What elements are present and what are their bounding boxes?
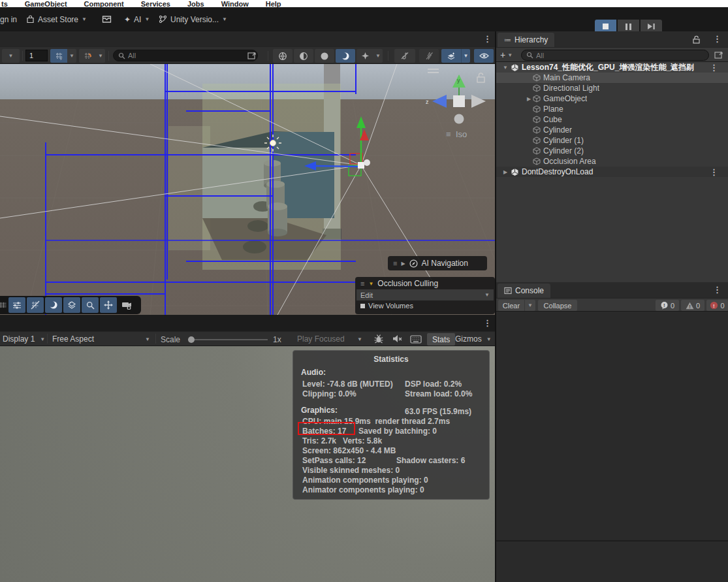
drag-handle-icon[interactable]: ≡ <box>360 280 364 287</box>
version-control-button[interactable]: Unity Versio... ▼ <box>159 7 227 31</box>
sign-in-button[interactable]: gn in <box>0 7 17 31</box>
ai-menu-button[interactable]: ✦ AI ▼ <box>124 7 150 31</box>
tab-console[interactable]: Console <box>498 283 550 298</box>
console-split-divider[interactable] <box>496 540 728 542</box>
display-dropdown[interactable]: Display 1 ▼ <box>3 334 45 344</box>
console-kebab-icon[interactable]: ⋮ <box>713 285 721 295</box>
sliders-button[interactable] <box>8 297 25 313</box>
menu-item-jobs[interactable]: Jobs <box>187 0 204 7</box>
scene-viewport[interactable]: y z ≡ Iso ≡ ▶ AI Navigation ≡ ▼ O <box>0 64 495 315</box>
batches-highlight-box <box>298 422 355 435</box>
package-manager-button[interactable] <box>102 7 112 31</box>
hierarchy-search-field[interactable]: All <box>521 50 709 61</box>
grid-axis-dropdown[interactable]: ▼ <box>67 49 76 63</box>
scene-fx-disabled-button[interactable] <box>419 49 439 63</box>
clear-dropdown[interactable]: ▼ <box>524 300 535 311</box>
occlusion-mode-dropdown[interactable]: Edit ▼ <box>356 289 494 300</box>
grid-visibility-button[interactable] <box>27 297 44 313</box>
hierarchy-item[interactable]: Directional Light <box>496 83 728 93</box>
stats-toggle-button[interactable]: Stats <box>427 333 455 346</box>
lighting-toggle-button[interactable] <box>45 297 62 313</box>
scene-kebab-icon[interactable]: ⋮ <box>710 63 718 73</box>
scene-effects-dropdown[interactable]: ▼ <box>373 49 383 63</box>
scene-search-field[interactable]: All <box>113 50 258 61</box>
occlusion-culling-overlay[interactable]: ≡ ▼ Occlusion Culling Edit ▼ View Volume… <box>355 277 495 314</box>
hierarchy-item[interactable]: Plane <box>496 104 728 114</box>
overlay-layers-button[interactable] <box>441 49 461 63</box>
draw-mode-wireframe-icon[interactable] <box>273 49 293 63</box>
overlay-layers-dropdown[interactable]: ▼ <box>461 49 470 63</box>
hierarchy-item[interactable]: Main Camera <box>496 73 728 83</box>
console-log-area[interactable] <box>496 312 728 582</box>
game-menu-kebab-icon[interactable]: ⋮ <box>483 318 492 328</box>
menu-item-gameobject[interactable]: GameObject <box>25 0 67 7</box>
view-volumes-toggle[interactable]: View Volumes <box>355 300 495 311</box>
expand-arrow-icon[interactable]: ▶ <box>525 96 533 102</box>
scale-slider[interactable] <box>188 339 268 340</box>
debug-button[interactable] <box>373 334 384 347</box>
mute-audio-button[interactable] <box>392 334 403 346</box>
tool-settings-dropdown[interactable]: ▼ <box>2 49 20 63</box>
menu-item-ts[interactable]: ts <box>1 0 8 7</box>
ai-navigation-overlay[interactable]: ≡ ▶ AI Navigation <box>388 256 487 270</box>
menu-item-component[interactable]: Component <box>84 0 124 7</box>
grid-axis-button[interactable]: y <box>50 49 67 63</box>
search-toggle-button[interactable] <box>82 297 99 313</box>
layers-toggle-button[interactable] <box>63 297 80 313</box>
cube-icon <box>533 137 541 144</box>
sign-in-label: gn in <box>0 15 17 24</box>
speaker-muted-icon <box>392 334 403 344</box>
hierarchy-item[interactable]: Cylinder <box>496 125 728 135</box>
menu-item-services[interactable]: Services <box>141 0 170 7</box>
scene-lighting-button[interactable] <box>336 49 355 63</box>
camera-settings-button[interactable] <box>118 297 135 313</box>
scene-visibility-button[interactable] <box>474 49 494 63</box>
scene-menu-kebab-icon[interactable]: ⋮ <box>483 34 492 44</box>
create-button[interactable]: + ▼ <box>500 50 513 60</box>
hierarchy-item[interactable]: Occlusion Area <box>496 156 728 167</box>
grid-overlay-button[interactable] <box>0 297 7 313</box>
drag-handle-icon[interactable]: ≡ <box>393 259 397 267</box>
expand-arrow-icon[interactable]: ▶ <box>401 261 405 267</box>
hierarchy-item[interactable]: ▶GameObject <box>496 93 728 104</box>
clear-button[interactable]: Clear <box>498 300 524 311</box>
menu-item-window[interactable]: Window <box>221 0 249 7</box>
hierarchy-item[interactable]: Cylinder (1) <box>496 135 728 146</box>
snap-button[interactable] <box>79 49 96 63</box>
menu-item-help[interactable]: Help <box>266 0 281 7</box>
pick-window-icon[interactable] <box>247 52 257 60</box>
unlock-icon[interactable] <box>692 35 701 44</box>
dont-destroy-row[interactable]: ▶ DontDestroyOnLoad ⋮ <box>496 167 728 177</box>
snap-dropdown[interactable]: ▼ <box>96 49 105 63</box>
pick-window-icon[interactable] <box>714 51 723 59</box>
hierarchy-toolbar: + ▼ All <box>496 47 728 62</box>
asset-store-button[interactable]: Asset Store ▼ <box>26 7 87 31</box>
keyboard-input-button[interactable] <box>410 334 422 346</box>
expand-arrow-icon[interactable]: ▶ <box>501 169 509 175</box>
hierarchy-item-label: Main Camera <box>543 73 590 82</box>
draw-mode-shaded-wireframe-icon[interactable] <box>294 49 313 63</box>
hierarchy-item[interactable]: Cylinder (2) <box>496 146 728 156</box>
draw-mode-shaded-icon[interactable] <box>315 49 334 63</box>
scene-audio-muted-button[interactable] <box>394 49 415 63</box>
play-focused-dropdown[interactable]: Play Focused ▼ <box>297 334 362 344</box>
dont-destroy-kebab-icon[interactable]: ⋮ <box>710 167 718 177</box>
scale-slider-knob[interactable] <box>188 336 195 343</box>
info-filter-button[interactable]: ! 0 <box>656 300 679 311</box>
grid-opacity-field[interactable] <box>25 50 48 61</box>
game-viewport[interactable]: Statistics Audio: Level: -74.8 dB (MUTED… <box>0 346 495 582</box>
scene-root-row[interactable]: ▼ Lesson74_性能优化_GPU_增强渲染性能_遮挡剔 ⋮ <box>496 62 728 73</box>
aspect-dropdown[interactable]: Free Aspect ▼ <box>52 334 150 344</box>
scene-effects-button[interactable] <box>356 49 373 63</box>
error-filter-button[interactable]: ! 0 <box>706 300 728 311</box>
collapse-arrow-icon[interactable]: ▼ <box>501 65 509 71</box>
collapse-arrow-icon[interactable]: ▼ <box>368 281 373 287</box>
warning-filter-button[interactable]: ! 0 <box>681 300 704 311</box>
hierarchy-kebab-icon[interactable]: ⋮ <box>713 34 721 44</box>
move-tool-button[interactable] <box>100 297 117 313</box>
collapse-button[interactable]: Collapse <box>538 300 577 311</box>
gizmos-dropdown[interactable]: Gizmos ▼ <box>455 334 492 344</box>
hierarchy-item[interactable]: Cube <box>496 114 728 125</box>
tab-hierarchy[interactable]: ≔ Hierarchy <box>498 33 554 47</box>
inbox-icon <box>102 15 112 24</box>
